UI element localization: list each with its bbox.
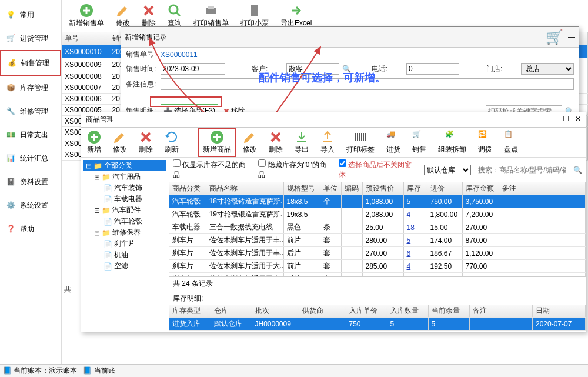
pm-label-button[interactable]: 打印标签 [343, 129, 378, 156]
stock-detail-label: 库存明细: [173, 293, 203, 303]
sidebar-item-repair[interactable]: 🔧维修管理 [0, 99, 61, 123]
import-icon [320, 130, 335, 144]
pm-check-button[interactable]: 📋盘点 [500, 129, 522, 156]
goods-total-label: 共 24 条记录 [169, 276, 586, 291]
pm-add-goods-button[interactable]: 新增商品 [199, 129, 235, 156]
goods-row[interactable]: 刹车片佐佐木刹车片适用于大...前片套285.004192.50770.00 [169, 260, 586, 273]
tree-wheel[interactable]: 📄 汽车轮毂 [83, 216, 166, 227]
sidebar-item-data[interactable]: 📓资料设置 [0, 170, 61, 193]
pm-export-button[interactable]: 导出 [291, 129, 312, 156]
tree-carparts[interactable]: ⊟ 📁 汽车配件 [83, 205, 166, 216]
status-bar: 📘 当前账本：演示账本 📘 当前账 [0, 364, 588, 377]
store-select[interactable]: 总店 [521, 63, 574, 75]
search-icon[interactable]: 🔍 [342, 65, 351, 73]
tree-carelec[interactable]: 📄 车载电器 [83, 193, 166, 205]
export-icon [295, 130, 309, 144]
pm-title: 商品管理 [86, 115, 114, 125]
pm-del-goods-button[interactable]: 删除 [265, 129, 286, 156]
close-icon[interactable]: — [568, 33, 575, 41]
goods-row[interactable]: 刹车片佐佐木刹车片适用于丰...后片套270.006186.671,120.00 [169, 247, 586, 260]
plus-icon [210, 130, 224, 144]
cube-icon: 🧩 [445, 130, 459, 144]
tree-oil[interactable]: 📄 机油 [83, 249, 166, 261]
pencil-icon [116, 4, 130, 18]
wh-select[interactable]: 默认仓库 [424, 165, 471, 175]
pm-del-cat-button[interactable]: 删除 [135, 129, 156, 156]
plus-icon [79, 4, 93, 18]
pm-import-button[interactable]: 导入 [317, 129, 338, 156]
print-button[interactable]: 打印销售单 [190, 2, 232, 29]
goods-row[interactable]: 车载电器三合一数据线充电线黑色条25.001815.00270.00 [169, 221, 586, 234]
delete-button[interactable]: 删除 [138, 2, 159, 29]
truck-icon: 🚚 [386, 130, 400, 144]
sale-date-input[interactable] [161, 63, 225, 75]
sidebar-item-settings[interactable]: ⚙️系统设置 [0, 193, 61, 217]
coin-icon: 💵 [5, 129, 16, 141]
category-tree[interactable]: ⊟ 📁 全部分类 ⊟ 📁 汽车用品 📄 汽车装饰 📄 车载电器 ⊟ 📁 汽车配件… [81, 158, 169, 332]
dialog-title: 新增销售记录 [125, 32, 167, 42]
add-sale-button[interactable]: 新增销售单 [65, 2, 108, 29]
sidebar-item-common[interactable]: 💡常用 [0, 3, 61, 26]
goods-row[interactable]: 汽车轮毂19寸轮毂锻造雷克萨斯...19x8.52,088.0041,800.0… [169, 208, 586, 221]
main-area: 新增销售单 修改 删除 查询 打印销售单 打印小票 导出Excel 单号销售时间… [62, 0, 588, 377]
customer-input[interactable] [286, 63, 339, 75]
tree-air[interactable]: 📄 空滤 [83, 261, 166, 272]
bulb-icon: 💡 [5, 9, 16, 21]
sidebar-item-expense[interactable]: 💵日常支出 [0, 123, 61, 146]
pm-edit-cat-button[interactable]: 修改 [109, 129, 131, 156]
goods-search-input[interactable] [477, 165, 567, 175]
x-icon [142, 4, 156, 18]
sidebar-item-purchase[interactable]: 🛒进货管理 [0, 26, 61, 50]
close-icon[interactable]: ✕ [575, 115, 581, 123]
pm-in-button[interactable]: 🚚进货 [383, 129, 404, 156]
refresh-icon [165, 130, 179, 144]
tree-all[interactable]: ⊟ 📁 全部分类 [83, 160, 166, 171]
clipboard-icon: 📋 [504, 130, 518, 144]
book-icon: 📓 [5, 176, 16, 188]
phone-input[interactable] [406, 63, 459, 75]
product-manager-dialog: 商品管理 —☐✕ 新增 修改 删除 刷新 新增商品 修改 删除 导出 导入 打印… [81, 112, 586, 332]
tree-maint[interactable]: ⊟ 📁 维修保养 [83, 227, 166, 238]
cart-icon: 🛒 [546, 29, 563, 45]
filter-close-check[interactable]: 选择商品后不关闭窗体 [339, 159, 418, 180]
tree-cardeco[interactable]: 📄 汽车装饰 [83, 182, 166, 193]
search-icon [168, 4, 182, 18]
goods-row[interactable]: 汽车轮毂18寸轮毂铸造雷克萨斯...18x8.5个1,088.005750.00… [169, 195, 586, 208]
sidebar-item-stock[interactable]: 📦库存管理 [0, 76, 61, 99]
receipt-icon [248, 4, 262, 18]
export-button[interactable]: 导出Excel [277, 2, 315, 29]
x-icon [139, 130, 153, 144]
sidebar-item-help[interactable]: ❓帮助 [0, 217, 61, 241]
sidebar-item-stats[interactable]: 📊统计汇总 [0, 146, 61, 170]
filter-zero-check[interactable]: 隐藏库存为"0"的商品 [258, 159, 333, 180]
search-icon[interactable]: 🔍 [573, 166, 582, 174]
svg-rect-3 [208, 6, 214, 9]
svg-point-1 [169, 5, 178, 14]
pm-edit-goods-button[interactable]: 修改 [239, 129, 260, 156]
maximize-icon[interactable]: ☐ [563, 115, 569, 123]
sidebar-item-sales[interactable]: 💰销售管理 [0, 50, 61, 76]
tree-cargoods[interactable]: ⊟ 📁 汽车用品 [83, 171, 166, 182]
filter-low-check[interactable]: 仅显示库存不足的商品 [173, 159, 252, 180]
cash-icon: 💰 [6, 57, 18, 69]
pm-adjust-button[interactable]: 🔁调拨 [475, 129, 496, 156]
stock-detail-row[interactable]: 进货入库默认仓库JH0000009750552020-07-07 [169, 318, 586, 331]
search-button[interactable]: 查询 [164, 2, 185, 29]
chart-icon: 📊 [5, 152, 16, 164]
wrench-icon: 🔧 [5, 105, 16, 117]
edit-button[interactable]: 修改 [112, 2, 133, 29]
pm-split-button[interactable]: 🧩组装拆卸 [435, 129, 470, 156]
pm-sell-button[interactable]: 🛒销售 [409, 129, 430, 156]
goods-row[interactable]: 刹车片佐佐木刹车片适用于丰...前片套280.005174.00870.00 [169, 234, 586, 247]
goods-table[interactable]: 商品分类商品名称规格型号单位编码预设售价库存进价库存金额备注 汽车轮毂18寸轮毂… [169, 182, 586, 276]
tree-brake[interactable]: 📄 刹车片 [83, 238, 166, 249]
minimize-icon[interactable]: — [550, 115, 557, 123]
cart-icon: 🛒 [412, 130, 426, 144]
sidebar: 💡常用 🛒进货管理 💰销售管理 📦库存管理 🔧维修管理 💵日常支出 📊统计汇总 … [0, 0, 62, 377]
pm-refresh-button[interactable]: 刷新 [161, 129, 182, 156]
box-icon: 📦 [5, 82, 16, 94]
note-input[interactable] [161, 78, 574, 90]
pm-add-cat-button[interactable]: 新增 [83, 129, 105, 156]
stock-detail-table[interactable]: 库存类型仓库批次供货商入库单价入库数量当前余量备注日期 进货入库默认仓库JH00… [169, 305, 586, 331]
ticket-button[interactable]: 打印小票 [237, 2, 272, 29]
